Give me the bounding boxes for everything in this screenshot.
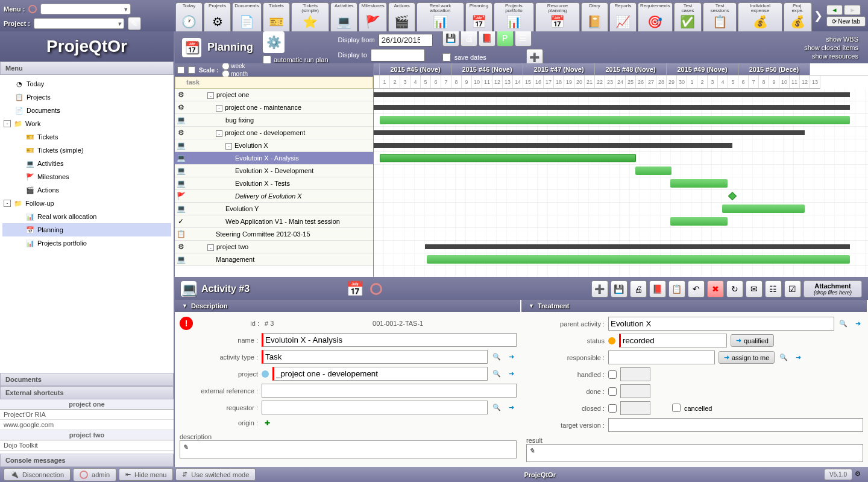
shortcut-link[interactable]: www.google.com xyxy=(0,420,174,430)
task-row[interactable]: 💻Management xyxy=(175,253,373,266)
gantt-task-bar[interactable] xyxy=(635,166,671,175)
assign-to-me-button[interactable]: ➜assign to me xyxy=(719,351,775,364)
toolbar-tab[interactable]: Activities💻 xyxy=(330,2,357,31)
project-dropdown[interactable]: All projects xyxy=(34,18,124,29)
toolbar-tab[interactable]: Today🕐 xyxy=(175,2,203,31)
menu-item[interactable]: 🎫Tickets xyxy=(2,130,171,144)
treatment-section-header[interactable]: Treatment xyxy=(521,300,868,312)
nav-forward-button[interactable]: ► xyxy=(844,5,861,15)
closed-date[interactable] xyxy=(620,401,650,415)
search-responsible-icon[interactable]: 🔍 xyxy=(778,352,789,363)
cancelled-checkbox[interactable] xyxy=(672,404,681,412)
result-textarea[interactable]: ✎ xyxy=(526,444,863,462)
toolbar-tab[interactable]: Reports📈 xyxy=(609,2,637,31)
toolbar-tab[interactable]: Test cases✅ xyxy=(674,2,702,31)
closed-checkbox[interactable] xyxy=(608,404,617,413)
multi-icon[interactable]: ☷ xyxy=(765,281,782,297)
toolbar-tab[interactable]: Diary📔 xyxy=(581,2,608,31)
show-closed-toggle[interactable]: show closed items xyxy=(802,43,861,52)
new-tab-button[interactable]: ⟳ New tab xyxy=(826,16,866,27)
goto-project-icon[interactable]: ➜ xyxy=(506,369,517,379)
task-row[interactable]: 💻Evolution X - Development xyxy=(175,165,373,177)
checklist-icon[interactable]: ☑ xyxy=(784,281,801,297)
switched-mode-button[interactable]: ⇵Use switched mode xyxy=(175,468,256,481)
save-icon[interactable]: 💾 xyxy=(442,31,459,46)
qualified-button[interactable]: ➜qualified xyxy=(731,334,774,347)
toolbar-tab[interactable]: Planning📅 xyxy=(465,2,492,31)
task-row[interactable]: ⚙-project one - developement xyxy=(175,127,373,139)
responsible-input[interactable] xyxy=(608,350,715,364)
task-row[interactable]: 📋Steering Committee 2012-03-15 xyxy=(175,228,373,241)
user-button[interactable]: admin xyxy=(73,468,116,481)
pdf2-icon[interactable]: 📕 xyxy=(649,281,666,297)
parent-activity-input[interactable] xyxy=(608,317,834,331)
toolbar-tab[interactable]: Tickets (simple)⭐ xyxy=(291,2,329,31)
attachment-dropzone[interactable]: Attachment (drop files here) xyxy=(804,281,862,297)
gantt-milestone[interactable] xyxy=(728,192,737,200)
tabs-next-icon[interactable]: ❯ xyxy=(813,0,824,31)
auto-run-checkbox[interactable] xyxy=(263,55,271,64)
handled-date[interactable] xyxy=(620,367,650,381)
mail-icon[interactable]: ✉ xyxy=(746,281,763,297)
display-from-input[interactable] xyxy=(379,34,433,46)
nav-back-button[interactable]: ◄ xyxy=(826,5,843,15)
task-row[interactable]: 💻-Evolution X xyxy=(175,139,373,152)
gantt-task-bar[interactable] xyxy=(722,205,805,213)
add-origin-icon[interactable]: ✚ xyxy=(262,417,272,428)
task-row[interactable]: 💻bug fixing xyxy=(175,114,373,127)
menu-item[interactable]: 📋Projects xyxy=(2,90,171,104)
disconnect-button[interactable]: 🔌Disconnection xyxy=(4,468,71,481)
toolbar-tab[interactable]: Proj. expe.💰 xyxy=(784,2,812,31)
gantt-summary-bar[interactable] xyxy=(374,105,850,110)
gantt-summary-bar[interactable] xyxy=(374,92,850,97)
goto-requestor-icon[interactable]: ➜ xyxy=(506,402,517,413)
print-icon[interactable]: 🖨 xyxy=(461,31,477,46)
goto-responsible-icon[interactable]: ➜ xyxy=(793,352,804,363)
menu-dropdown[interactable]: All menus xyxy=(40,4,131,14)
goto-type-icon[interactable]: ➜ xyxy=(506,352,517,363)
gantt-summary-bar[interactable] xyxy=(374,143,732,148)
gear-icon[interactable]: ⚙️ xyxy=(263,31,285,53)
undo-icon[interactable]: ↶ xyxy=(688,281,705,297)
menu-item[interactable]: 📄Documents xyxy=(2,104,171,117)
gantt-summary-bar[interactable] xyxy=(374,130,805,135)
save2-icon[interactable]: 💾 xyxy=(611,281,627,297)
toolbar-tab[interactable]: Documents📄 xyxy=(232,2,262,31)
gantt-task-bar[interactable] xyxy=(670,179,728,188)
gantt-task-bar[interactable] xyxy=(670,217,728,226)
toolbar-tab[interactable]: Milestones🚩 xyxy=(359,2,387,31)
menu-item[interactable]: 📊Real work allocation xyxy=(2,210,171,223)
menu-item[interactable]: 🎬Actions xyxy=(2,183,171,197)
menu-item[interactable]: 📊Projects portfolio xyxy=(2,236,171,250)
gantt-summary-bar[interactable] xyxy=(425,244,850,249)
search-type-icon[interactable]: 🔍 xyxy=(491,352,502,363)
toolbar-tab[interactable]: Test sessions📋 xyxy=(703,2,737,31)
menu-item[interactable]: 💻Activities xyxy=(2,157,171,170)
hide-menu-button[interactable]: ⇤Hide menu xyxy=(119,468,173,481)
status-input[interactable] xyxy=(619,334,727,347)
toolbar-tab[interactable]: Requirements🎯 xyxy=(638,2,673,31)
console-panel-header[interactable]: Console messages xyxy=(0,454,174,467)
menu-item[interactable]: 📅Planning xyxy=(2,223,171,236)
target-version-input[interactable] xyxy=(608,418,863,432)
pdf-icon[interactable]: 📕 xyxy=(479,31,495,46)
toolbar-tab[interactable]: Projects portfolio📊 xyxy=(494,2,534,31)
requestor-input[interactable] xyxy=(262,401,488,414)
collapse-all-icon[interactable]: - xyxy=(177,66,184,74)
gantt-body[interactable] xyxy=(374,89,868,277)
toolbar-tab[interactable]: Resource planning📅 xyxy=(535,2,580,31)
menu-item[interactable]: -📁Follow-up xyxy=(2,197,171,210)
search-requestor-icon[interactable]: 🔍 xyxy=(491,402,502,413)
display-to-input[interactable] xyxy=(371,49,425,62)
columns-icon[interactable]: ☰ xyxy=(515,31,532,46)
menu-item[interactable]: 🎫Tickets (simple) xyxy=(2,144,171,157)
gantt-task-bar[interactable] xyxy=(427,255,850,264)
toolbar-tab[interactable]: Individual expense💰 xyxy=(738,2,782,31)
refresh-icon[interactable]: ↻ xyxy=(726,281,743,297)
goto-parent-icon[interactable]: ➜ xyxy=(852,319,863,329)
msproject-icon[interactable]: P xyxy=(497,31,514,46)
handled-checkbox[interactable] xyxy=(608,370,617,379)
show-resources-toggle[interactable]: show resources xyxy=(802,52,861,60)
task-row[interactable]: 💻Evolution X - Tests xyxy=(175,177,373,190)
name-input[interactable] xyxy=(262,333,517,347)
